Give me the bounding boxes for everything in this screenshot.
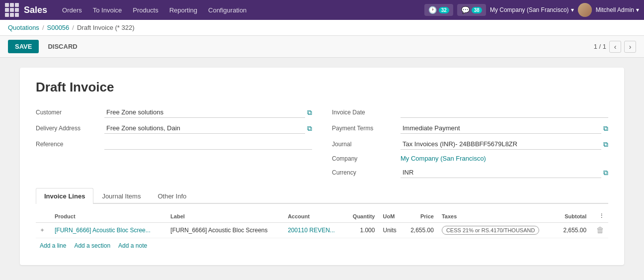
company-dropdown-icon: ▾ [571, 6, 574, 13]
breadcrumb: Quotations / S00056 / Draft Invoice (* 3… [0, 20, 644, 36]
row-delete: 🗑 [590, 223, 608, 238]
breadcrumb-sep-1: / [42, 24, 44, 31]
col-price: Price [403, 210, 438, 223]
customer-row: Customer Free Zone solutions ⧉ [36, 107, 312, 118]
col-actions: ⋮ [590, 210, 608, 223]
menu-reporting[interactable]: Reporting [164, 3, 202, 17]
breadcrumb-quotations[interactable]: Quotations [8, 24, 39, 31]
menu-configuration[interactable]: Configuration [203, 3, 251, 17]
pagination-prev[interactable]: ‹ [609, 41, 621, 53]
messages-badge: 38 [472, 7, 482, 13]
row-quantity[interactable]: 1.000 [345, 223, 379, 238]
table-row: ✦ [FURN_6666] Acoustic Bloc Scree... [FU… [36, 223, 608, 238]
col-account: Account [284, 210, 345, 223]
journal-select[interactable]: Tax Invoices (INR)- 24BBBFF5679L8ZR [401, 139, 601, 150]
currency-ext-link-icon[interactable]: ⧉ [603, 169, 608, 177]
invoice-card: Draft Invoice Customer Free Zone solutio… [20, 68, 624, 265]
row-product[interactable]: [FURN_6666] Acoustic Bloc Scree... [51, 223, 166, 238]
company-row: Company My Company (San Francisco) [332, 155, 608, 162]
row-taxes: CESS 21% or RS.4170/THOUSAND [438, 223, 556, 238]
journal-ext-link-icon[interactable]: ⧉ [603, 140, 608, 149]
customer-ext-link-icon[interactable]: ⧉ [307, 108, 312, 117]
pagination-count: 1 / 1 [594, 43, 606, 50]
invoice-date-label: Invoice Date [332, 109, 397, 116]
payment-terms-select[interactable]: Immediate Payment [401, 123, 601, 134]
reference-input[interactable] [104, 139, 312, 150]
invoice-lines-table: Product Label Account Quantity UoM Price… [36, 210, 608, 238]
tax-badge: CESS 21% or RS.4170/THOUSAND [442, 226, 540, 235]
tabs: Invoice Lines Journal Items Other Info [36, 188, 608, 204]
customer-label: Customer [36, 109, 100, 116]
payment-terms-ext-link-icon[interactable]: ⧉ [603, 124, 608, 133]
invoice-title: Draft Invoice [36, 80, 608, 95]
user-avatar[interactable] [578, 3, 592, 17]
journal-row: Journal Tax Invoices (INR)- 24BBBFF5679L… [332, 139, 608, 150]
delivery-ext-link-icon[interactable]: ⧉ [307, 124, 312, 133]
pagination-next[interactable]: › [624, 41, 636, 53]
col-subtotal: Subtotal [556, 210, 590, 223]
invoice-date-input[interactable] [401, 107, 608, 118]
reference-row: Reference [36, 139, 312, 150]
payment-terms-field-wrapper: Immediate Payment ⧉ [401, 123, 608, 134]
breadcrumb-current: Draft Invoice (* 322) [77, 24, 135, 31]
company-name: My Company (San Francisco) [490, 6, 569, 13]
col-product: Product [51, 210, 166, 223]
navbar-right: 🕐 32 💬 38 My Company (San Francisco) ▾ M… [424, 3, 639, 17]
tab-journal-items[interactable]: Journal Items [93, 188, 149, 204]
form-right: Invoice Date Payment Terms Immediate Pay… [332, 107, 608, 178]
add-line-link[interactable]: Add a line [40, 242, 66, 249]
navbar: Sales Orders To Invoice Products Reporti… [0, 0, 644, 20]
main-content: Draft Invoice Customer Free Zone solutio… [0, 58, 644, 280]
delivery-label: Delivery Address [36, 125, 100, 132]
company-link[interactable]: My Company (San Francisco) [401, 155, 486, 162]
pagination: 1 / 1 ‹ › [594, 41, 636, 53]
col-handle [36, 210, 51, 223]
save-button[interactable]: SAVE [8, 40, 39, 53]
delivery-field-wrapper: Free Zone solutions, Dain ⧉ [104, 123, 312, 134]
action-bar: SAVE DISCARD 1 / 1 ‹ › [0, 36, 644, 58]
add-section-link[interactable]: Add a section [74, 242, 110, 249]
messages-button[interactable]: 💬 38 [457, 4, 486, 16]
journal-label: Journal [332, 141, 397, 148]
main-menu: Orders To Invoice Products Reporting Con… [57, 3, 422, 17]
customer-select[interactable]: Free Zone solutions [104, 107, 305, 118]
company-selector[interactable]: My Company (San Francisco) ▾ [490, 6, 574, 13]
invoice-date-row: Invoice Date [332, 107, 608, 118]
tab-other-info[interactable]: Other Info [149, 188, 195, 204]
reference-label: Reference [36, 141, 100, 148]
col-uom: UoM [379, 210, 402, 223]
form-left: Customer Free Zone solutions ⧉ Delivery … [36, 107, 312, 178]
notifications-button[interactable]: 🕐 32 [424, 4, 453, 16]
currency-select[interactable]: INR [401, 167, 601, 178]
delete-row-button[interactable]: 🗑 [596, 226, 604, 235]
menu-to-invoice[interactable]: To Invoice [88, 3, 127, 17]
add-note-link[interactable]: Add a note [118, 242, 147, 249]
delivery-select[interactable]: Free Zone solutions, Dain [104, 123, 305, 134]
row-actions: 🗑 [594, 226, 604, 235]
payment-terms-label: Payment Terms [332, 125, 397, 132]
row-price[interactable]: 2,655.00 [403, 223, 438, 238]
app-brand: Sales [24, 5, 47, 15]
breadcrumb-sep-2: / [72, 24, 74, 31]
menu-products[interactable]: Products [128, 3, 163, 17]
row-account[interactable]: 200110 REVEN... [284, 223, 345, 238]
currency-row: Currency INR ⧉ [332, 167, 608, 178]
payment-terms-row: Payment Terms Immediate Payment ⧉ [332, 123, 608, 134]
apps-menu-icon[interactable] [5, 3, 19, 17]
table-header-row: Product Label Account Quantity UoM Price… [36, 210, 608, 223]
menu-orders[interactable]: Orders [57, 3, 87, 17]
row-label[interactable]: [FURN_6666] Acoustic Bloc Screens [166, 223, 284, 238]
user-menu[interactable]: Mitchell Admin ▾ [596, 6, 639, 13]
col-quantity: Quantity [345, 210, 379, 223]
row-uom[interactable]: Units [379, 223, 402, 238]
tab-invoice-lines[interactable]: Invoice Lines [36, 188, 93, 204]
row-subtotal: 2,655.00 [556, 223, 590, 238]
breadcrumb-so-number[interactable]: S00056 [47, 24, 70, 31]
add-links: Add a line Add a section Add a note [36, 238, 608, 253]
currency-label: Currency [332, 169, 397, 176]
notifications-badge: 32 [439, 7, 449, 13]
discard-button[interactable]: DISCARD [43, 40, 82, 53]
action-buttons: SAVE DISCARD [8, 40, 82, 53]
drag-handle-icon[interactable]: ✦ [40, 227, 47, 234]
user-dropdown-icon: ▾ [636, 6, 639, 13]
